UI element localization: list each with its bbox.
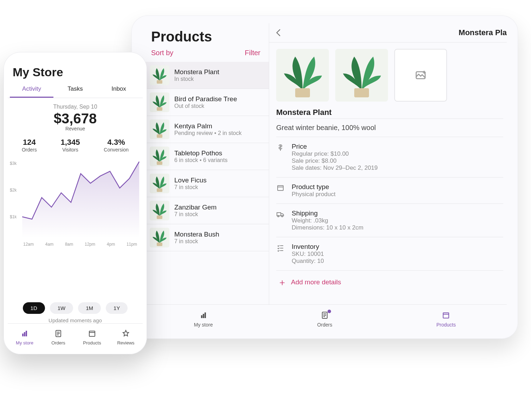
attr-title: Shipping	[292, 209, 363, 217]
badge-dot	[328, 310, 331, 313]
stat-label: Visitors	[60, 147, 80, 153]
product-row[interactable]: Zanzibar Gem7 in stock	[143, 197, 269, 224]
filter-button[interactable]: Filter	[245, 49, 260, 57]
stat-label: Orders	[22, 147, 37, 153]
svg-rect-11	[205, 312, 206, 318]
x-tick: 12am	[23, 242, 34, 247]
attr-title: Inventory	[292, 243, 324, 251]
sort-button[interactable]: Sort by	[151, 49, 173, 57]
product-name: Love Ficus	[174, 176, 207, 184]
product-info: Tabletop Pothos6 in stock • 6 variants	[174, 149, 227, 163]
gallery-image[interactable]	[276, 49, 329, 102]
x-tick: 11pm	[127, 242, 137, 247]
nav-label: My store	[16, 340, 33, 345]
product-meta: Out of stock	[174, 103, 237, 109]
stat-value: 1,345	[60, 138, 80, 147]
x-tick: 12pm	[85, 242, 95, 247]
nav-label: Products	[436, 322, 456, 328]
product-info: Monstera PlantIn stock	[174, 68, 219, 82]
product-name: Bird of Paradise Tree	[174, 95, 237, 103]
phone-device: My Store ActivityTasksInbox Thursday, Se…	[4, 52, 147, 354]
product-list-pane: Products Sort by Filter Monstera PlantIn…	[143, 23, 269, 304]
product-meta: Pending review • 2 in stock	[174, 130, 241, 136]
gallery-image[interactable]	[335, 49, 388, 102]
product-thumbnail	[150, 174, 169, 193]
phone-tabs: ActivityTasksInbox	[8, 82, 143, 98]
product-row[interactable]: Love Ficus7 in stock	[143, 170, 269, 197]
stat-value: 4.3%	[104, 138, 129, 147]
product-meta: 6 in stock • 6 variants	[174, 157, 227, 163]
svg-rect-6	[278, 186, 283, 190]
product-row[interactable]: Monstera Bush7 in stock	[143, 224, 269, 251]
checklist-icon	[276, 244, 285, 253]
product-row[interactable]: Bird of Paradise TreeOut of stock	[143, 89, 269, 116]
product-meta: 7 in stock	[174, 238, 219, 245]
product-meta: 7 in stock	[174, 184, 207, 190]
my-store-icon	[20, 329, 29, 339]
revenue-label: Revenue	[8, 126, 143, 131]
my-store-icon	[199, 311, 208, 321]
product-thumbnail	[150, 92, 169, 112]
range-chips: 1D1W1M1Y	[8, 302, 143, 314]
product-thumbnail	[150, 201, 169, 220]
list-controls: Sort by Filter	[143, 46, 269, 62]
nav-products[interactable]: Products	[386, 305, 507, 334]
nav-orders[interactable]: Orders	[41, 324, 75, 351]
nav-products[interactable]: Products	[75, 324, 109, 351]
add-more-details-button[interactable]: ＋ Add more details	[276, 271, 503, 288]
nav-label: Orders	[51, 340, 65, 345]
truck-icon	[276, 210, 285, 220]
nav-label: Reviews	[117, 340, 134, 345]
attr-title: Product type	[292, 183, 336, 191]
back-chevron-icon[interactable]	[274, 28, 283, 37]
range-1d[interactable]: 1D	[23, 302, 45, 314]
product-name: Tabletop Pothos	[174, 149, 227, 157]
detail-header-title: Monstera Pla	[459, 28, 507, 37]
nav-orders[interactable]: Orders	[264, 305, 385, 334]
attr-line: Physical product	[292, 191, 336, 198]
nav-my-store[interactable]: My store	[143, 305, 264, 334]
product-name: Monstera Bush	[174, 231, 219, 238]
product-meta: 7 in stock	[174, 211, 216, 218]
range-1y[interactable]: 1Y	[106, 302, 128, 314]
product-row[interactable]: Monstera PlantIn stock	[143, 62, 269, 89]
nav-label: Products	[83, 340, 101, 345]
attr-product-type[interactable]: Product type Physical product	[276, 177, 503, 204]
phone-tabbar: My storeOrdersProductsReviews	[8, 323, 143, 351]
product-row[interactable]: Kentya PalmPending review • 2 in stock	[143, 116, 269, 143]
svg-rect-13	[443, 313, 449, 318]
svg-rect-10	[203, 314, 204, 318]
attr-shipping[interactable]: Shipping Weight: .03kg Dimensions: 10 x …	[276, 204, 503, 237]
stat-visitors: 1,345Visitors	[60, 138, 80, 153]
nav-reviews[interactable]: Reviews	[109, 324, 143, 351]
product-row[interactable]: Tabletop Pothos6 in stock • 6 variants	[143, 143, 269, 170]
range-1w[interactable]: 1W	[50, 302, 73, 314]
add-image-button[interactable]	[394, 49, 447, 102]
attr-price[interactable]: Price Regular price: $10.00 Sale price: …	[276, 137, 503, 177]
revenue-value: $3,678	[8, 111, 143, 127]
x-axis: 12am4am8am12pm4pm11pm	[10, 242, 141, 247]
attr-line: Sale dates: Nov 29–Dec 2, 2019	[292, 164, 378, 172]
attr-inventory[interactable]: Inventory SKU: 10001 Quantity: 10	[276, 237, 503, 271]
product-info: Bird of Paradise TreeOut of stock	[174, 95, 237, 109]
nav-my-store[interactable]: My store	[8, 324, 41, 351]
y-tick: $1k	[10, 214, 17, 219]
y-tick: $2k	[10, 188, 17, 193]
product-info: Zanzibar Gem7 in stock	[174, 203, 216, 218]
updated-label: Updated moments ago	[8, 317, 143, 323]
phone-tab-tasks[interactable]: Tasks	[53, 82, 97, 98]
product-list: Monstera PlantIn stockBird of Paradise T…	[143, 62, 269, 304]
phone-tab-activity[interactable]: Activity	[10, 82, 53, 98]
store-title: My Store	[13, 65, 138, 79]
product-thumbnail	[150, 119, 169, 139]
range-1m[interactable]: 1M	[78, 302, 101, 314]
stats-row: 124Orders1,345Visitors4.3%Conversion	[8, 138, 143, 153]
phone-tab-inbox[interactable]: Inbox	[97, 82, 141, 98]
products-icon	[442, 311, 450, 321]
stat-value: 124	[22, 138, 37, 147]
product-thumbnail	[150, 65, 169, 85]
dollar-icon	[276, 143, 285, 153]
revenue-chart: $3k $2k $1k 12am4am8am12pm4pm11pm	[8, 160, 143, 297]
tablet-device: Products Sort by Filter Monstera PlantIn…	[131, 15, 518, 339]
stat-label: Conversion	[104, 147, 129, 153]
